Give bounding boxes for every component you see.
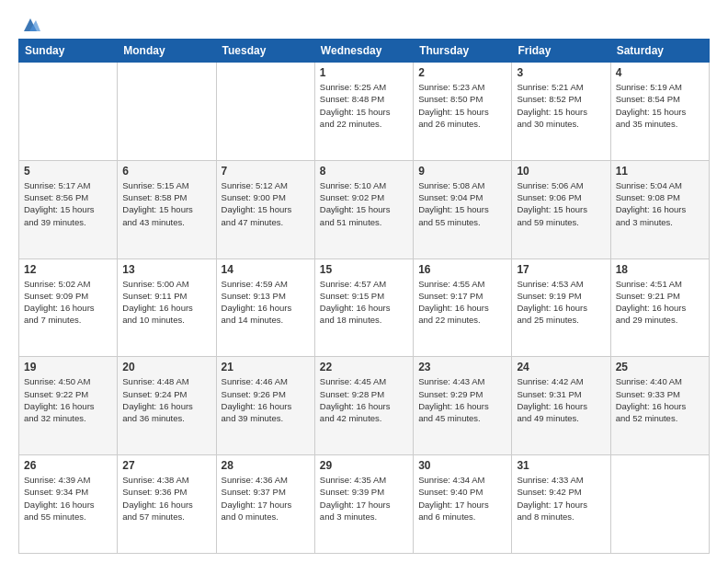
day-number: 12 xyxy=(24,263,112,276)
day-info: Sunrise: 4:38 AMSunset: 9:36 PMDaylight:… xyxy=(122,474,210,523)
calendar-cell xyxy=(118,63,216,161)
day-info: Sunrise: 4:42 AMSunset: 9:31 PMDaylight:… xyxy=(517,375,605,424)
day-number: 18 xyxy=(616,263,704,276)
day-number: 11 xyxy=(616,165,704,178)
day-number: 4 xyxy=(616,66,704,79)
calendar-cell: 2Sunrise: 5:23 AMSunset: 8:50 PMDaylight… xyxy=(414,63,512,161)
calendar-cell: 5Sunrise: 5:17 AMSunset: 8:56 PMDaylight… xyxy=(19,160,118,259)
day-number: 20 xyxy=(122,361,210,373)
calendar-cell: 26Sunrise: 4:39 AMSunset: 9:34 PMDayligh… xyxy=(19,455,118,554)
calendar-cell: 21Sunrise: 4:46 AMSunset: 9:26 PMDayligh… xyxy=(216,357,314,455)
calendar-cell: 18Sunrise: 4:51 AMSunset: 9:21 PMDayligh… xyxy=(610,259,709,357)
day-info: Sunrise: 5:08 AMSunset: 9:04 PMDaylight:… xyxy=(418,179,506,228)
day-number: 16 xyxy=(418,263,506,276)
day-number: 22 xyxy=(320,361,408,373)
calendar-cell xyxy=(19,63,118,161)
day-info: Sunrise: 5:15 AMSunset: 8:58 PMDaylight:… xyxy=(122,179,210,228)
weekday-header-friday: Friday xyxy=(512,40,610,63)
day-number: 13 xyxy=(122,263,210,276)
day-info: Sunrise: 5:25 AMSunset: 8:48 PMDaylight:… xyxy=(320,81,408,130)
calendar-cell: 22Sunrise: 4:45 AMSunset: 9:28 PMDayligh… xyxy=(314,357,413,455)
calendar-cell: 20Sunrise: 4:48 AMSunset: 9:24 PMDayligh… xyxy=(118,357,216,455)
week-row-2: 5Sunrise: 5:17 AMSunset: 8:56 PMDaylight… xyxy=(19,160,710,259)
calendar-cell: 16Sunrise: 4:55 AMSunset: 9:17 PMDayligh… xyxy=(414,259,512,357)
day-number: 14 xyxy=(222,263,310,276)
day-info: Sunrise: 4:34 AMSunset: 9:40 PMDaylight:… xyxy=(418,474,506,523)
calendar-cell: 11Sunrise: 5:04 AMSunset: 9:08 PMDayligh… xyxy=(610,160,709,259)
weekday-header-tuesday: Tuesday xyxy=(216,40,314,63)
day-number: 19 xyxy=(24,361,112,373)
weekday-header-thursday: Thursday xyxy=(414,40,512,63)
weekday-header-monday: Monday xyxy=(118,40,216,63)
day-number: 17 xyxy=(517,263,605,276)
day-number: 9 xyxy=(418,165,506,178)
calendar-cell: 28Sunrise: 4:36 AMSunset: 9:37 PMDayligh… xyxy=(216,455,314,554)
weekday-header-wednesday: Wednesday xyxy=(314,40,413,63)
day-info: Sunrise: 5:17 AMSunset: 8:56 PMDaylight:… xyxy=(24,179,112,228)
calendar-cell: 15Sunrise: 4:57 AMSunset: 9:15 PMDayligh… xyxy=(314,259,413,357)
day-info: Sunrise: 4:48 AMSunset: 9:24 PMDaylight:… xyxy=(122,375,210,424)
day-number: 30 xyxy=(418,459,506,472)
day-info: Sunrise: 5:00 AMSunset: 9:11 PMDaylight:… xyxy=(122,278,210,327)
calendar-cell: 19Sunrise: 4:50 AMSunset: 9:22 PMDayligh… xyxy=(19,357,118,455)
day-number: 2 xyxy=(418,66,506,79)
calendar-cell: 29Sunrise: 4:35 AMSunset: 9:39 PMDayligh… xyxy=(314,455,413,554)
day-info: Sunrise: 5:19 AMSunset: 8:54 PMDaylight:… xyxy=(616,81,704,130)
day-info: Sunrise: 4:35 AMSunset: 9:39 PMDaylight:… xyxy=(320,474,408,523)
day-info: Sunrise: 4:57 AMSunset: 9:15 PMDaylight:… xyxy=(320,278,408,327)
calendar-cell: 1Sunrise: 5:25 AMSunset: 8:48 PMDaylight… xyxy=(314,63,413,161)
day-number: 5 xyxy=(24,165,112,178)
calendar-cell: 23Sunrise: 4:43 AMSunset: 9:29 PMDayligh… xyxy=(414,357,512,455)
day-info: Sunrise: 4:33 AMSunset: 9:42 PMDaylight:… xyxy=(517,474,605,523)
day-info: Sunrise: 5:23 AMSunset: 8:50 PMDaylight:… xyxy=(418,81,506,130)
day-number: 8 xyxy=(320,165,408,178)
calendar-cell: 27Sunrise: 4:38 AMSunset: 9:36 PMDayligh… xyxy=(118,455,216,554)
calendar-cell: 8Sunrise: 5:10 AMSunset: 9:02 PMDaylight… xyxy=(314,160,413,259)
day-number: 6 xyxy=(122,165,210,178)
weekday-header-sunday: Sunday xyxy=(19,40,118,63)
day-number: 28 xyxy=(222,459,310,472)
week-row-1: 1Sunrise: 5:25 AMSunset: 8:48 PMDaylight… xyxy=(19,63,710,161)
day-info: Sunrise: 5:04 AMSunset: 9:08 PMDaylight:… xyxy=(616,179,704,228)
logo-icon xyxy=(20,15,40,35)
day-number: 24 xyxy=(517,361,605,373)
day-number: 27 xyxy=(122,459,210,472)
calendar-cell: 14Sunrise: 4:59 AMSunset: 9:13 PMDayligh… xyxy=(216,259,314,357)
day-info: Sunrise: 5:12 AMSunset: 9:00 PMDaylight:… xyxy=(222,179,310,228)
day-number: 15 xyxy=(320,263,408,276)
week-row-4: 19Sunrise: 4:50 AMSunset: 9:22 PMDayligh… xyxy=(19,357,710,455)
calendar-cell xyxy=(216,63,314,161)
page: SundayMondayTuesdayWednesdayThursdayFrid… xyxy=(0,0,728,563)
day-info: Sunrise: 5:21 AMSunset: 8:52 PMDaylight:… xyxy=(517,81,605,130)
day-info: Sunrise: 4:51 AMSunset: 9:21 PMDaylight:… xyxy=(616,278,704,327)
calendar-cell xyxy=(610,455,709,554)
day-number: 1 xyxy=(320,66,408,79)
day-info: Sunrise: 5:02 AMSunset: 9:09 PMDaylight:… xyxy=(24,278,112,327)
day-info: Sunrise: 4:45 AMSunset: 9:28 PMDaylight:… xyxy=(320,375,408,424)
day-info: Sunrise: 4:36 AMSunset: 9:37 PMDaylight:… xyxy=(222,474,310,523)
calendar-cell: 6Sunrise: 5:15 AMSunset: 8:58 PMDaylight… xyxy=(118,160,216,259)
day-number: 31 xyxy=(517,459,605,472)
day-info: Sunrise: 4:53 AMSunset: 9:19 PMDaylight:… xyxy=(517,278,605,327)
day-info: Sunrise: 4:46 AMSunset: 9:26 PMDaylight:… xyxy=(222,375,310,424)
calendar-cell: 17Sunrise: 4:53 AMSunset: 9:19 PMDayligh… xyxy=(512,259,610,357)
weekday-header-row: SundayMondayTuesdayWednesdayThursdayFrid… xyxy=(19,40,710,63)
day-info: Sunrise: 5:06 AMSunset: 9:06 PMDaylight:… xyxy=(517,179,605,228)
day-number: 23 xyxy=(418,361,506,373)
calendar-cell: 4Sunrise: 5:19 AMSunset: 8:54 PMDaylight… xyxy=(610,63,709,161)
day-number: 25 xyxy=(616,361,704,373)
day-number: 29 xyxy=(320,459,408,472)
day-info: Sunrise: 4:39 AMSunset: 9:34 PMDaylight:… xyxy=(24,474,112,523)
day-number: 21 xyxy=(222,361,310,373)
calendar-cell: 3Sunrise: 5:21 AMSunset: 8:52 PMDaylight… xyxy=(512,63,610,161)
calendar-cell: 31Sunrise: 4:33 AMSunset: 9:42 PMDayligh… xyxy=(512,455,610,554)
calendar-body: 1Sunrise: 5:25 AMSunset: 8:48 PMDaylight… xyxy=(19,63,710,554)
calendar-table: SundayMondayTuesdayWednesdayThursdayFrid… xyxy=(18,39,710,554)
weekday-header-saturday: Saturday xyxy=(610,40,709,63)
day-info: Sunrise: 4:59 AMSunset: 9:13 PMDaylight:… xyxy=(222,278,310,327)
day-number: 26 xyxy=(24,459,112,472)
day-number: 7 xyxy=(222,165,310,178)
week-row-5: 26Sunrise: 4:39 AMSunset: 9:34 PMDayligh… xyxy=(19,455,710,554)
calendar-cell: 24Sunrise: 4:42 AMSunset: 9:31 PMDayligh… xyxy=(512,357,610,455)
calendar-cell: 12Sunrise: 5:02 AMSunset: 9:09 PMDayligh… xyxy=(19,259,118,357)
